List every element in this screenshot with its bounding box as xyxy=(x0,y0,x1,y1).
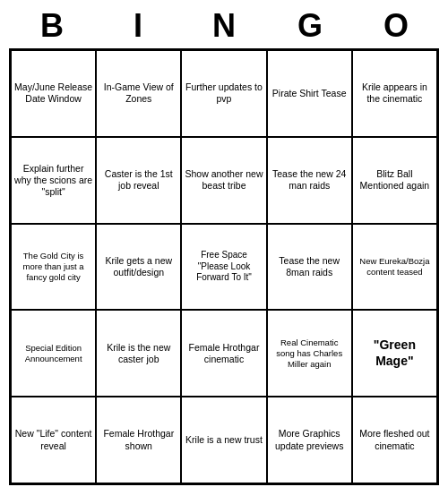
bingo-cell-22[interactable]: Krile is a new trust xyxy=(181,397,266,483)
bingo-cell-1[interactable]: In-Game View of Zones xyxy=(96,50,181,137)
bingo-cell-6[interactable]: Caster is the 1st job reveal xyxy=(96,137,181,224)
bingo-cell-10[interactable]: The Gold City is more than just a fancy … xyxy=(11,224,96,311)
bingo-cell-4[interactable]: Krile appears in the cinematic xyxy=(352,50,437,137)
bingo-cell-18[interactable]: Real Cinematic song has Charles Miller a… xyxy=(267,310,352,397)
bingo-cell-15[interactable]: Special Edition Announcement xyxy=(11,310,96,397)
bingo-cell-14[interactable]: New Eureka/Bozja content teased xyxy=(352,224,437,311)
bingo-title: BINGO xyxy=(9,0,439,48)
bingo-cell-16[interactable]: Krile is the new caster job xyxy=(96,310,181,397)
bingo-cell-7[interactable]: Show another new beast tribe xyxy=(181,137,266,224)
bingo-cell-2[interactable]: Further updates to pvp xyxy=(181,50,266,137)
bingo-cell-11[interactable]: Krile gets a new outfit/design xyxy=(96,224,181,311)
bingo-cell-13[interactable]: Tease the new 8man raids xyxy=(267,224,352,311)
bingo-cell-9[interactable]: Blitz Ball Mentioned again xyxy=(352,137,437,224)
bingo-cell-8[interactable]: Tease the new 24 man raids xyxy=(267,137,352,224)
bingo-letter: N xyxy=(185,7,263,45)
bingo-letter: G xyxy=(271,7,349,45)
bingo-letter: I xyxy=(99,7,177,45)
bingo-cell-12[interactable]: Free Space "Please Look Forward To It" xyxy=(181,224,266,311)
bingo-cell-21[interactable]: Female Hrothgar shown xyxy=(96,397,181,483)
bingo-letter: B xyxy=(13,7,91,45)
bingo-grid: May/June Release Date WindowIn-Game View… xyxy=(9,48,439,485)
bingo-cell-23[interactable]: More Graphics update previews xyxy=(267,397,352,483)
bingo-cell-0[interactable]: May/June Release Date Window xyxy=(11,50,96,137)
bingo-letter: O xyxy=(357,7,435,45)
bingo-cell-24[interactable]: More fleshed out cinematic xyxy=(352,397,437,483)
bingo-cell-5[interactable]: Explain further why the scions are "spli… xyxy=(11,137,96,224)
bingo-cell-17[interactable]: Female Hrothgar cinematic xyxy=(181,310,266,397)
bingo-cell-19[interactable]: "Green Mage" xyxy=(352,310,437,397)
bingo-cell-3[interactable]: Pirate Shirt Tease xyxy=(267,50,352,137)
bingo-cell-20[interactable]: New "Life" content reveal xyxy=(11,397,96,483)
